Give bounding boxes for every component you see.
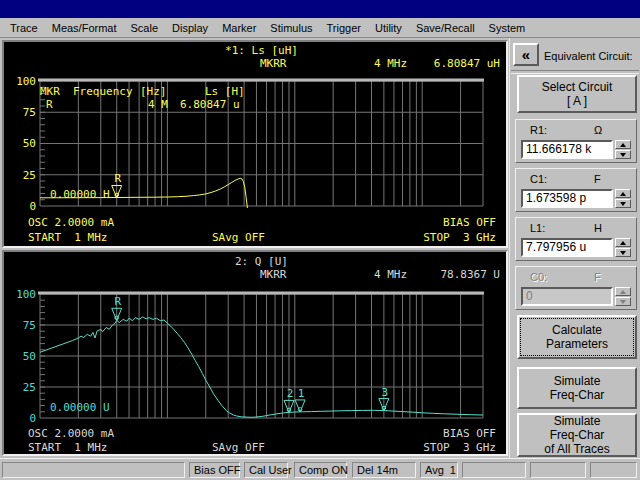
workspace: R *1: Ls [uH] MKRR 4 MHz 6.80847 uH MKR … <box>0 38 640 458</box>
y-tick-label: 50 <box>4 138 36 149</box>
l1-label: L1: <box>530 222 545 234</box>
menu-scale[interactable]: Scale <box>124 20 166 36</box>
chart2-marker-readout-label: MKRR <box>260 269 287 280</box>
simulate-freq-char-all-traces-button[interactable]: Simulate Freq-Char of All Traces <box>517 413 637 457</box>
chart2-ref-value: 0.00000 U <box>50 402 110 413</box>
menu-save-recall[interactable]: Save/Recall <box>409 20 482 36</box>
spinner-down-button[interactable] <box>615 248 631 257</box>
chart1-table-col-freq: Frequency <box>73 86 133 97</box>
menu-bar: Trace Meas/Format Scale Display Marker S… <box>0 18 640 38</box>
chart1-table-row-value: 6.80847 u <box>180 99 240 110</box>
chart1-table-col-freq-unit: [Hz] <box>140 86 167 97</box>
status-comp: Comp ON <box>294 462 347 478</box>
menu-stimulus[interactable]: Stimulus <box>263 20 319 36</box>
svg-text:2: 2 <box>287 387 294 400</box>
chart1-table-row-freq: 4 M <box>148 99 168 110</box>
chart1-marker-readout-label: MKRR <box>260 58 287 69</box>
chart2-start-freq: START 1 MHz <box>28 442 107 453</box>
spinner-up-button <box>615 287 631 296</box>
y-tick-label: 100 <box>4 289 36 300</box>
c1-input[interactable]: 1.673598 p <box>521 189 613 208</box>
spinner-up-button[interactable] <box>615 189 631 198</box>
r1-input[interactable]: 11.666178 k <box>521 140 613 159</box>
l1-input[interactable]: 7.797956 u <box>521 238 613 257</box>
chart2-osc-level: OSC 2.0000 mA <box>28 428 114 439</box>
status-avg: Avg 1 <box>420 462 458 478</box>
svg-text:3: 3 <box>382 386 389 399</box>
equivalent-circuit-panel: « Equivalent Circuit: Select Circuit [ A… <box>509 38 640 458</box>
chart1-ref-value: 0.00000 H <box>50 189 110 200</box>
status-bias: Bias OFF <box>189 462 240 478</box>
calculate-parameters-button[interactable]: Calculate Parameters <box>517 315 637 359</box>
status-empty <box>530 462 586 478</box>
spinner-down-button[interactable] <box>615 199 631 208</box>
chart2-sweep-avg: SAvg OFF <box>212 442 265 453</box>
y-tick-label: 100 <box>4 76 36 87</box>
status-bar: Bias OFF Cal User Comp ON Del 14m Avg 1 <box>0 458 640 480</box>
chart2-title: 2: Q [U] <box>40 256 483 267</box>
chart2-marker-readout-value: 78.8367 U <box>440 269 500 280</box>
select-circuit-button[interactable]: Select Circuit [ A ] <box>517 75 637 113</box>
l1-unit: H <box>594 222 602 234</box>
chart1-table-row-name: R <box>46 99 53 110</box>
menu-system[interactable]: System <box>482 20 533 36</box>
r1-spinner <box>615 140 631 159</box>
field-group-r1: R1: Ω 11.666178 k <box>515 119 637 163</box>
chart2-bias-status: BIAS OFF <box>443 428 496 439</box>
chart1-table-col-value: Ls [H] <box>205 86 245 97</box>
menu-trigger[interactable]: Trigger <box>320 20 368 36</box>
menu-utility[interactable]: Utility <box>368 20 409 36</box>
c0-unit: F <box>594 271 601 283</box>
chart1-osc-level: OSC 2.0000 mA <box>28 217 114 228</box>
status-empty <box>462 462 526 478</box>
chart1-table-col-mkr: MKR <box>40 86 60 97</box>
spinner-down-button[interactable] <box>615 150 631 159</box>
instrument-screen: Trace 1 - E4991A RF Impedance/Material A… <box>0 0 640 480</box>
menu-marker[interactable]: Marker <box>215 20 263 36</box>
spinner-up-button[interactable] <box>615 238 631 247</box>
menu-trace[interactable]: Trace <box>3 20 45 36</box>
menu-meas-format[interactable]: Meas/Format <box>45 20 124 36</box>
chart1-panel: R *1: Ls [uH] MKRR 4 MHz 6.80847 uH MKR … <box>2 40 508 248</box>
r1-label: R1: <box>530 124 547 136</box>
y-tick-label: 75 <box>4 107 36 118</box>
menu-display[interactable]: Display <box>165 20 215 36</box>
status-empty <box>590 462 637 478</box>
chart1-title: *1: Ls [uH] <box>40 45 483 56</box>
c1-spinner <box>615 189 631 208</box>
collapse-panel-button[interactable]: « <box>513 43 539 66</box>
c1-unit: F <box>594 173 601 185</box>
y-tick-label: 25 <box>4 170 36 181</box>
chart2-stop-freq: STOP 3 GHz <box>423 442 496 453</box>
simulate-freq-char-button[interactable]: Simulate Freq-Char <box>517 367 637 409</box>
chart1-start-freq: START 1 MHz <box>28 232 107 243</box>
status-cal: Cal User <box>244 462 288 478</box>
field-group-c1: C1: F 1.673598 p <box>515 168 637 212</box>
svg-text:R: R <box>114 172 121 185</box>
c1-label: C1: <box>530 173 547 185</box>
chart1-marker-readout-value: 6.80847 uH <box>434 58 500 69</box>
chart2-plot: R213 <box>4 252 506 454</box>
panel-heading: Equivalent Circuit: <box>544 50 633 62</box>
y-tick-label: 0 <box>4 413 36 424</box>
chart2-marker-readout-freq: 4 MHz <box>374 269 407 280</box>
separator <box>511 70 639 74</box>
c0-spinner <box>615 287 631 306</box>
spinner-down-button <box>615 297 631 306</box>
field-group-l1: L1: H 7.797956 u <box>515 217 637 261</box>
chart2-panel: R213 2: Q [U] MKRR 4 MHz 78.8367 U 100 7… <box>2 250 508 456</box>
svg-text:1: 1 <box>298 387 305 400</box>
svg-text:R: R <box>114 295 121 308</box>
c0-input: 0 <box>521 287 613 306</box>
y-tick-label: 50 <box>4 351 36 362</box>
chart1-stop-freq: STOP 3 GHz <box>423 232 496 243</box>
r1-unit: Ω <box>594 124 602 136</box>
window-titlebar: Trace 1 - E4991A RF Impedance/Material A… <box>0 0 640 18</box>
chart1-bias-status: BIAS OFF <box>443 217 496 228</box>
y-tick-label: 75 <box>4 320 36 331</box>
spinner-up-button[interactable] <box>615 140 631 149</box>
status-delay: Del 14m <box>352 462 416 478</box>
y-tick-label: 0 <box>4 201 36 212</box>
y-tick-label: 25 <box>4 382 36 393</box>
chart1-sweep-avg: SAvg OFF <box>212 232 265 243</box>
